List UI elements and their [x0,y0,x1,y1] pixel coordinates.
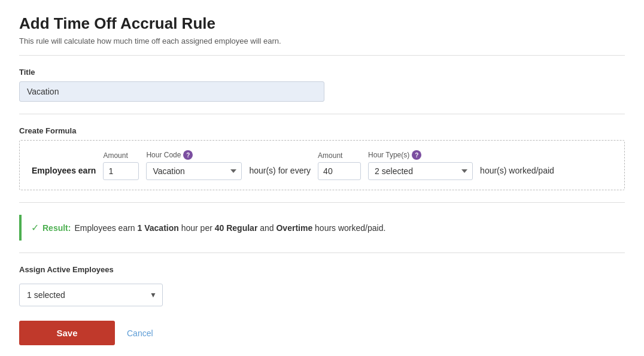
top-divider [19,55,625,56]
amount2-input[interactable] [318,162,361,180]
mid-divider [19,114,625,114]
assign-section: Assign Active Employees 1 selected All E… [19,265,625,306]
amount2-label: Amount [318,151,361,160]
assign-select-wrapper: 1 selected All Employees Select Group ▼ [19,284,163,306]
formula-container: Employees earn Amount Hour Code ? Vacati… [19,140,625,190]
hour-code-group: Hour Code ? Vacation Sick PTO Regular [146,150,242,180]
cancel-link[interactable]: Cancel [127,328,153,338]
end-label: hour(s) worked/paid [480,166,554,180]
formula-row: Employees earn Amount Hour Code ? Vacati… [32,150,612,180]
hour-type-group: Hour Type(s) ? 2 selected Regular Overti… [368,150,473,180]
amount1-input[interactable] [103,162,139,180]
title-input[interactable] [19,81,324,102]
formula-section-label: Create Formula [19,126,625,135]
formula-divider [19,202,625,203]
hour-type-label-text: Hour Type(s) ? [368,150,473,160]
amount2-group: Amount [318,151,361,180]
amount1-label: Amount [103,151,139,160]
assign-select[interactable]: 1 selected All Employees Select Group [19,284,163,306]
employees-earn-label: Employees earn [32,166,96,180]
result-type2: Overtime [276,223,312,233]
result-body: Employees earn 1 Vacation hour per 40 Re… [74,223,385,233]
result-text: ✓ Result: Employees earn 1 Vacation hour… [31,222,615,233]
page-subtitle: This rule will calculate how much time o… [19,36,625,45]
result-hour-code: Vacation [144,223,179,233]
check-icon: ✓ [31,222,39,233]
mid-label: hour(s) for every [249,166,311,180]
hour-code-select[interactable]: Vacation Sick PTO Regular [146,162,242,180]
hour-code-label-text: Hour Code ? [146,150,242,160]
formula-section: Create Formula Employees earn Amount Hou… [19,126,625,190]
page-title: Add Time Off Accrual Rule [19,14,625,33]
result-type1: Regular [226,223,257,233]
assign-label: Assign Active Employees [19,265,625,274]
result-amount2: 40 [215,223,224,233]
title-section: Title [19,68,625,102]
result-divider [19,252,625,253]
hour-type-help-icon[interactable]: ? [412,150,421,160]
amount1-group: Amount [103,151,139,180]
hour-type-select[interactable]: 2 selected Regular Overtime Holiday [368,162,473,180]
result-prefix: Result: [42,223,71,233]
actions-row: Save Cancel [19,321,625,345]
result-section: ✓ Result: Employees earn 1 Vacation hour… [19,215,625,241]
result-amount: 1 [138,223,142,233]
hour-code-help-icon[interactable]: ? [183,150,193,160]
title-label: Title [19,68,625,77]
save-button[interactable]: Save [19,321,115,345]
